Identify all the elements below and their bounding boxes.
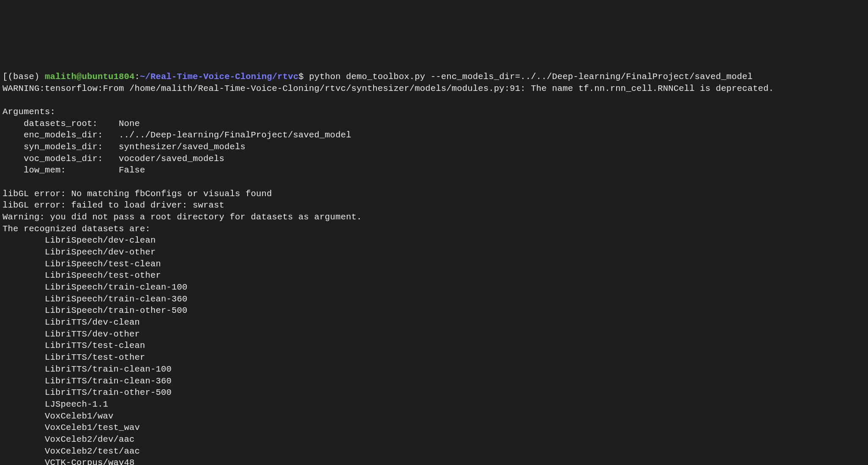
output-line: syn_models_dir: synthesizer/saved_models — [3, 142, 246, 152]
prompt-user-host: malith@ubuntu1804 — [45, 72, 135, 82]
prompt-open-bracket: [ — [3, 72, 8, 82]
output-line: Arguments: — [3, 107, 55, 117]
output-line: LibriSpeech/test-clean — [3, 259, 161, 269]
output-line: voc_models_dir: vocoder/saved_models — [3, 154, 224, 164]
output-line: LibriTTS/test-clean — [3, 341, 145, 350]
command-text: python demo_toolbox.py --enc_models_dir=… — [309, 72, 753, 82]
output-line: LibriTTS/train-clean-100 — [3, 364, 172, 374]
output-line: The recognized datasets are: — [3, 224, 150, 234]
output-line: LibriSpeech/dev-clean — [3, 235, 156, 245]
prompt-dollar: $ — [298, 72, 309, 82]
output-line: LJSpeech-1.1 — [3, 399, 108, 409]
terminal[interactable]: [(base) malith@ubuntu1804:~/Real-Time-Vo… — [0, 58, 868, 465]
output-line: enc_models_dir: ../../Deep-learning/Fina… — [3, 130, 351, 140]
output-line: Warning: you did not pass a root directo… — [3, 212, 362, 222]
output-line: datasets_root: None — [3, 119, 140, 129]
output-line: VoxCeleb1/wav — [3, 411, 114, 421]
output-line: VCTK-Corpus/wav48 — [3, 458, 135, 465]
output-line: LibriSpeech/train-clean-360 — [3, 294, 188, 304]
output-line: LibriTTS/dev-clean — [3, 317, 140, 327]
output-line: LibriTTS/train-clean-360 — [3, 376, 172, 386]
output-line: LibriTTS/train-other-500 — [3, 388, 172, 397]
prompt-path: ~/Real-Time-Voice-Cloning/rtvc — [140, 72, 298, 82]
output-line: LibriSpeech/dev-other — [3, 247, 156, 257]
prompt-colon: : — [135, 72, 140, 82]
output-line: VoxCeleb1/test_wav — [3, 423, 140, 432]
prompt-env: (base) — [8, 72, 45, 82]
output-line: LibriSpeech/test-other — [3, 271, 161, 280]
output-line: libGL error: failed to load driver: swra… — [3, 200, 224, 210]
output-line: LibriTTS/dev-other — [3, 329, 140, 339]
output-line: WARNING:tensorflow:From /home/malith/Rea… — [3, 84, 774, 93]
output-line: low_mem: False — [3, 165, 145, 175]
output-line: LibriTTS/test-other — [3, 353, 145, 362]
output-line: LibriSpeech/train-clean-100 — [3, 282, 188, 292]
output-line: VoxCeleb2/test/aac — [3, 446, 140, 456]
output-line: LibriSpeech/train-other-500 — [3, 306, 188, 315]
output-line: libGL error: No matching fbConfigs or vi… — [3, 189, 272, 199]
output-line: VoxCeleb2/dev/aac — [3, 435, 135, 444]
